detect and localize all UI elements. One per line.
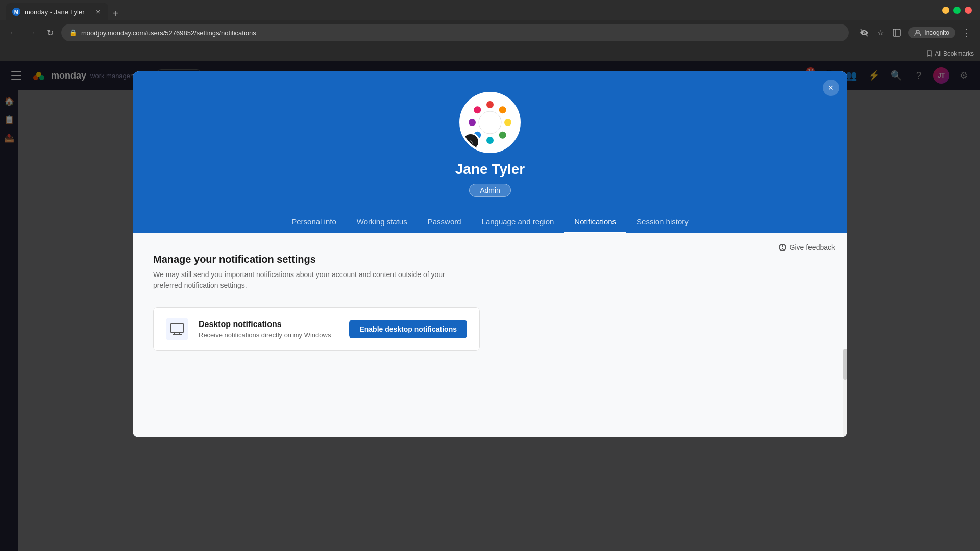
desktop-notifications-info: Desktop notifications Receive notificati… — [199, 320, 339, 339]
bookmarks-label: All Bookmarks — [935, 50, 974, 57]
incognito-label: Incognito — [924, 29, 949, 36]
sidebar-toggle-button[interactable] — [890, 26, 904, 40]
svg-rect-3 — [893, 29, 900, 36]
browser-menu-button[interactable]: ⋮ — [960, 26, 974, 40]
forward-button[interactable]: → — [24, 26, 39, 40]
svg-rect-22 — [170, 324, 184, 332]
desktop-notifications-card: Desktop notifications Receive notificati… — [153, 307, 480, 351]
window-minimize-button[interactable]: — — [942, 7, 949, 14]
profile-name: Jane Tyler — [455, 161, 525, 178]
incognito-button[interactable]: Incognito — [908, 27, 955, 38]
active-tab[interactable]: M monday - Jane Tyler × — [6, 3, 108, 20]
desktop-notifications-desc: Receive notifications directly on my Win… — [199, 331, 339, 339]
profile-content: Give feedback Manage your notification s… — [133, 233, 847, 437]
tab-password[interactable]: Password — [418, 211, 472, 233]
admin-badge: Admin — [469, 184, 511, 197]
svg-point-13 — [486, 101, 494, 108]
svg-point-17 — [486, 137, 494, 144]
star-icon[interactable]: ☆ — [873, 26, 888, 40]
new-tab-button[interactable]: + — [108, 6, 122, 20]
give-feedback-button[interactable]: Give feedback — [778, 243, 836, 252]
home-badge: ⌂ — [461, 133, 480, 151]
desktop-icon — [166, 318, 188, 340]
tab-personal-info[interactable]: Personal info — [281, 211, 347, 233]
profile-header: ⌂ Jane Tyler Admin Personal info Working… — [133, 71, 847, 233]
toolbar-icons: ☆ — [857, 26, 904, 40]
section-title: Manage your notification settings — [153, 254, 827, 265]
enable-desktop-notifications-button[interactable]: Enable desktop notifications — [349, 320, 467, 338]
profile-nav: Personal info Working status Password La… — [281, 211, 699, 233]
tab-language-region[interactable]: Language and region — [472, 211, 565, 233]
back-button[interactable]: ← — [6, 26, 20, 40]
lock-icon: 🔒 — [69, 29, 77, 36]
modal-close-button[interactable]: × — [823, 80, 839, 96]
modal-overlay: × — [0, 61, 980, 551]
tab-session-history[interactable]: Session history — [626, 211, 699, 233]
bookmarks-bar: All Bookmarks — [0, 45, 980, 61]
refresh-button[interactable]: ↻ — [43, 26, 57, 40]
tab-close-button[interactable]: × — [94, 8, 102, 16]
desktop-notifications-title: Desktop notifications — [199, 320, 339, 329]
svg-text:M: M — [14, 9, 18, 15]
svg-point-15 — [504, 119, 511, 126]
home-icon: ⌂ — [469, 138, 473, 146]
profile-modal: × — [133, 71, 847, 437]
browser-toolbar: ← → ↻ 🔒 moodjoy.monday.com/users/5276985… — [0, 20, 980, 45]
window-maximize-button[interactable]: □ — [953, 7, 961, 14]
svg-point-19 — [469, 119, 476, 126]
section-description: We may still send you important notifica… — [153, 269, 470, 291]
avatar-container: ⌂ — [459, 92, 521, 153]
window-close-button[interactable]: × — [965, 7, 972, 14]
address-text: moodjoy.monday.com/users/52769852/settin… — [81, 29, 841, 37]
tab-working-status[interactable]: Working status — [347, 211, 418, 233]
tab-title: monday - Jane Tyler — [24, 8, 90, 16]
tab-notifications[interactable]: Notifications — [564, 211, 626, 233]
address-bar[interactable]: 🔒 moodjoy.monday.com/users/52769852/sett… — [61, 24, 849, 41]
eye-slash-icon[interactable] — [857, 26, 871, 40]
all-bookmarks[interactable]: All Bookmarks — [925, 50, 974, 57]
give-feedback-label: Give feedback — [790, 243, 836, 252]
tab-favicon: M — [12, 8, 20, 16]
